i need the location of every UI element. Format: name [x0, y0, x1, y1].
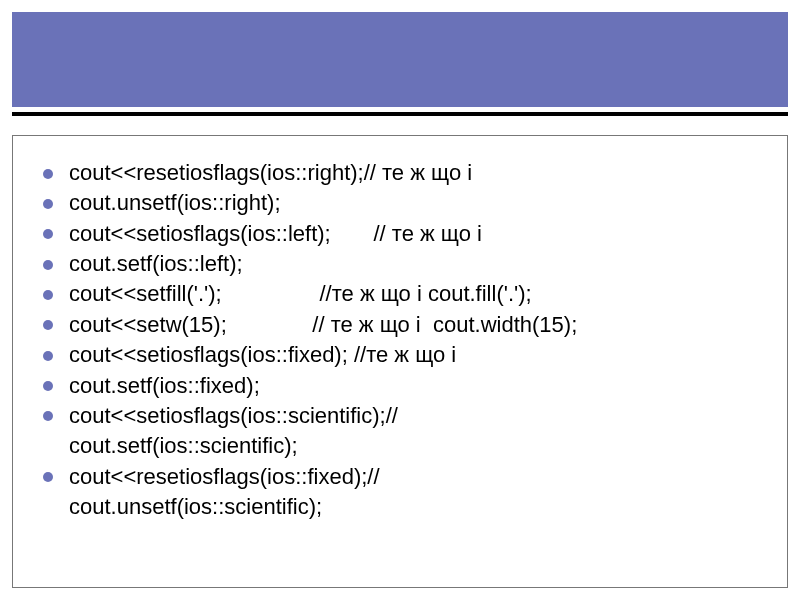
- code-line: cout<<setiosflags(ios::scientific);// co…: [69, 403, 398, 458]
- code-line: cout<<resetiosflags(ios::fixed);// cout.…: [69, 464, 380, 519]
- code-line: cout.unsetf(ios::right);: [69, 190, 281, 215]
- list-item: cout.setf(ios::left);: [33, 249, 767, 279]
- code-line: cout<<resetiosflags(ios::right);// те ж …: [69, 160, 472, 185]
- code-line: cout<<setiosflags(ios::fixed); //те ж що…: [69, 342, 456, 367]
- code-line: cout<<setfill('.'); //те ж що і cout.fil…: [69, 281, 532, 306]
- list-item: cout.unsetf(ios::right);: [33, 188, 767, 218]
- list-item: cout.setf(ios::fixed);: [33, 371, 767, 401]
- list-item: cout<<setfill('.'); //те ж що і cout.fil…: [33, 279, 767, 309]
- content-frame: cout<<resetiosflags(ios::right);// те ж …: [12, 135, 788, 588]
- list-item: cout<<setiosflags(ios::scientific);// co…: [33, 401, 767, 462]
- list-item: cout<<resetiosflags(ios::right);// те ж …: [33, 158, 767, 188]
- list-item: cout<<setiosflags(ios::left); // те ж що…: [33, 219, 767, 249]
- list-item: cout<<setiosflags(ios::fixed); //те ж що…: [33, 340, 767, 370]
- code-line: cout<<setiosflags(ios::left); // те ж що…: [69, 221, 482, 246]
- list-item: cout<<setw(15); // те ж що і cout.width(…: [33, 310, 767, 340]
- list-item: cout<<resetiosflags(ios::fixed);// cout.…: [33, 462, 767, 523]
- header-rule: [12, 112, 788, 116]
- code-line: cout.setf(ios::fixed);: [69, 373, 260, 398]
- slide: cout<<resetiosflags(ios::right);// те ж …: [0, 0, 800, 600]
- code-line: cout<<setw(15); // те ж що і cout.width(…: [69, 312, 577, 337]
- header-band: [12, 12, 788, 107]
- code-line: cout.setf(ios::left);: [69, 251, 243, 276]
- bullet-list: cout<<resetiosflags(ios::right);// те ж …: [33, 158, 767, 522]
